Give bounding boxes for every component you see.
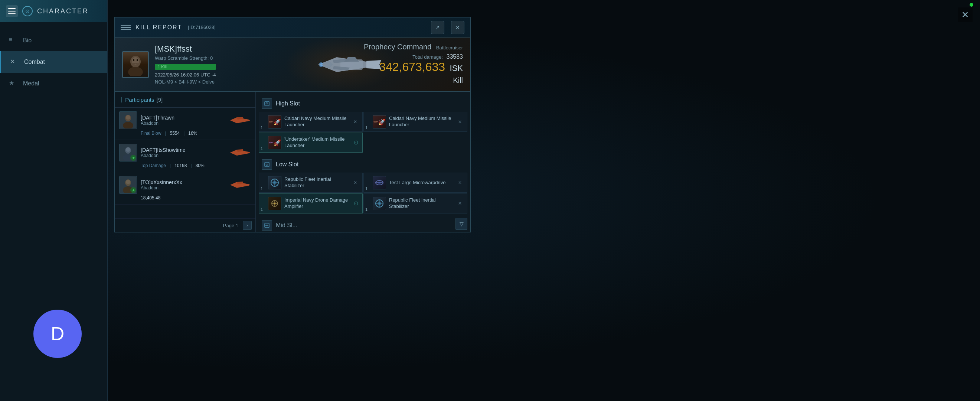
svg-rect-41 — [270, 121, 271, 123]
sidebar-logo: ⊙ — [22, 6, 33, 16]
sidebar-label-medal: Medal — [23, 80, 39, 87]
player-icon-low-2: ⚇ — [354, 200, 359, 207]
item-close-0[interactable]: ✕ — [352, 118, 359, 125]
mid-slot-icon — [262, 220, 272, 231]
ship-type: Battlecruiser — [436, 45, 463, 51]
participant-portrait-1: ★ — [119, 144, 137, 162]
svg-marker-43 — [377, 121, 378, 123]
participant-corp-0: Abaddon — [141, 121, 225, 126]
low-slot-label: Low Slot — [276, 161, 299, 168]
low-item-name-0: Republic Fleet Inertial Stabilizer — [284, 177, 349, 189]
low-item-close-3[interactable]: ✕ — [457, 200, 463, 207]
participants-header: | Participants [9] — [115, 92, 255, 108]
participant-top: [DAFT]Thrawn Abaddon — [119, 111, 251, 129]
stat-value-1: 10193 — [175, 163, 187, 168]
high-slot-label: High Slot — [276, 100, 300, 107]
svg-point-2 — [132, 57, 139, 65]
participants-count: [9] — [157, 97, 163, 103]
damage-label: Total damage: — [412, 54, 443, 60]
svg-rect-40 — [269, 121, 270, 123]
participant-corp-1: Abaddon — [141, 153, 225, 158]
low-item-close-1[interactable]: ✕ — [457, 179, 463, 186]
sidebar-label-combat: Combat — [24, 59, 45, 65]
low-slot-item-1[interactable]: 1 Test Large Microwarpdrive ✕ — [363, 173, 467, 193]
item-icon-2 — [268, 136, 282, 149]
svg-marker-39 — [272, 121, 273, 123]
window-menu-button[interactable] — [121, 22, 131, 33]
svg-rect-49 — [270, 142, 271, 144]
participant-name-0: [DAFT]Thrawn — [141, 115, 225, 121]
svg-rect-50 — [265, 162, 269, 167]
low-item-icon-3 — [373, 197, 386, 210]
item-name-2: 'Undertaker' Medium Missile Launcher — [284, 136, 351, 149]
sidebar-label-bio: Bio — [23, 37, 32, 44]
pagination-label: Page 1 — [223, 223, 238, 228]
sidebar-item-medal[interactable]: ★ Medal — [0, 73, 107, 94]
external-link-button[interactable]: ↗ — [431, 21, 444, 34]
fitting-panel: High Slot 1 Caldari Navy Mediu — [256, 92, 470, 232]
isk-value: 342,673,633 — [379, 60, 445, 73]
kill-report-window: KILL REPORT [ID:7186028] ↗ ✕ [MSK] — [115, 17, 471, 232]
svg-point-1 — [128, 67, 143, 76]
svg-point-4 — [137, 59, 138, 61]
sidebar-menu-button[interactable] — [6, 5, 18, 17]
main-close-button[interactable]: ✕ — [958, 8, 972, 22]
report-content: | Participants [9] — [115, 92, 470, 232]
sidebar-nav: ≡ Bio ✕ Combat ★ Medal — [0, 30, 107, 94]
stat-pct-0: 16% — [188, 131, 197, 136]
item-close-1[interactable]: ✕ — [457, 118, 463, 125]
item-name-0: Caldari Navy Medium Missile Launcher — [284, 116, 349, 128]
participant-item[interactable]: [DAFT]Thrawn Abaddon Final Blow | — [115, 108, 255, 140]
low-item-qty-3: 1 — [365, 207, 368, 212]
participants-list: [DAFT]Thrawn Abaddon Final Blow | — [115, 108, 255, 218]
participant-corp-2: Abaddon — [141, 185, 225, 191]
pagination-next-button[interactable]: › — [243, 221, 252, 230]
pagination-area: Page 1 › — [115, 218, 255, 232]
discord-icon: D — [51, 323, 64, 345]
kill-badge: 1 Kill — [155, 64, 216, 70]
sidebar-header: ⊙ CHARACTER — [0, 0, 107, 22]
participant-item[interactable]: ★ [DAFT]ItsShowtime Abaddon — [115, 140, 255, 172]
high-slot-item-1[interactable]: 1 Caldari Navy Medium Missile Launcher ✕ — [363, 112, 467, 132]
high-slot-icon — [262, 99, 272, 109]
svg-point-62 — [274, 203, 275, 204]
status-dot — [970, 3, 973, 7]
participant-top: ★ [TO]xXxsinnerxXx Abaddon — [119, 176, 251, 194]
combat-icon: ✕ — [10, 58, 18, 66]
kill-location: NOL-M9 < B4H-9W < Delve — [155, 79, 216, 85]
low-slot-item-2[interactable]: 1 Imperial Navy Drone Damage Amplifier ⚇ — [259, 193, 363, 213]
victim-face — [123, 52, 148, 77]
participant-item[interactable]: ★ [TO]xXxsinnerxXx Abaddon — [115, 172, 255, 205]
window-title: KILL REPORT — [135, 24, 182, 31]
svg-point-18 — [126, 115, 130, 119]
stat-value-2: 18,405.48 — [141, 195, 161, 200]
participant-stats-0: Final Blow | 5554 | 16% — [119, 129, 251, 136]
kill-timestamp: 2022/05/26 16:02:06 UTC -4 — [155, 72, 216, 78]
participants-label: Participants — [125, 97, 154, 103]
sidebar-item-bio[interactable]: ≡ Bio — [0, 30, 107, 51]
participants-panel: | Participants [9] — [115, 92, 256, 232]
item-icon-1 — [373, 115, 386, 129]
low-slot-icon — [262, 159, 272, 170]
svg-point-14 — [319, 65, 323, 67]
high-slot-item-2[interactable]: 1 'Undertaker' Medium Missile Launcher ⚇ — [259, 132, 363, 153]
app-title: CHARACTER — [37, 8, 89, 15]
low-slot-item-3[interactable]: 1 Republic Fleet Inertial Stabilizer ✕ — [363, 193, 467, 213]
sidebar-item-combat[interactable]: ✕ Combat — [0, 51, 107, 73]
filter-button[interactable]: ▽ — [455, 218, 467, 230]
low-slot-item-0[interactable]: 1 Republic Fleet Inertial Stabilizer ✕ — [259, 173, 363, 193]
window-close-button[interactable]: ✕ — [451, 21, 465, 34]
stat-value-0: 5554 — [170, 131, 180, 136]
low-item-name-1: Test Large Microwarpdrive — [389, 180, 453, 186]
kill-stats: Prophecy Command Battlecruiser Total dam… — [364, 43, 463, 85]
low-item-qty-0: 1 — [261, 186, 263, 191]
victim-warp: Warp Scramble Strength: 0 — [155, 55, 216, 61]
high-slot-item-0[interactable]: 1 Caldari Navy Medium Missile Launcher ✕ — [259, 112, 363, 132]
low-item-close-0[interactable]: ✕ — [352, 179, 359, 186]
participants-bar: | — [121, 96, 122, 103]
discord-overlay[interactable]: D — [33, 310, 82, 358]
participant-info-2: [TO]xXxsinnerxXx Abaddon — [141, 179, 225, 191]
participant-top: ★ [DAFT]ItsShowtime Abaddon — [119, 144, 251, 162]
medal-icon: ★ — [9, 80, 17, 88]
svg-rect-45 — [375, 121, 375, 123]
